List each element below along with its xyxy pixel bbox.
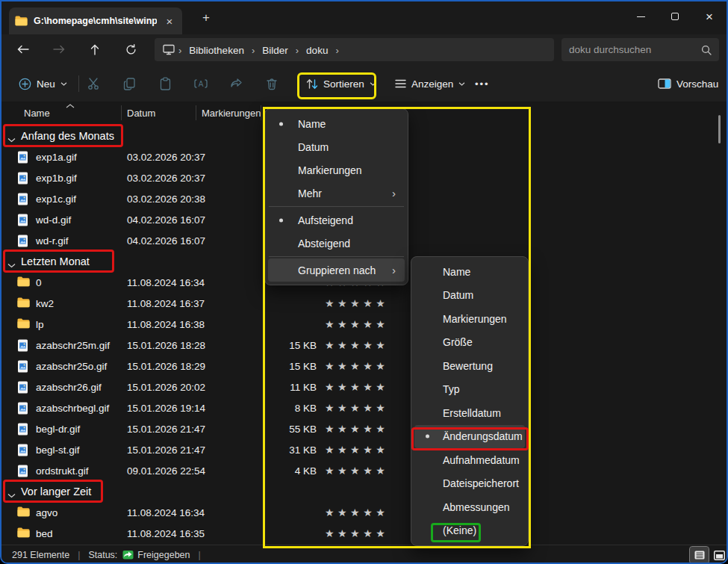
group-menu-item[interactable]: Abmessungen — [414, 495, 525, 519]
preview-button[interactable]: Vorschau — [651, 71, 725, 96]
column-header-date[interactable]: Datum — [127, 102, 155, 123]
status-value: Freigegeben — [137, 550, 190, 560]
group-menu-item[interactable]: Aufnahmedatum — [414, 448, 525, 472]
group-menu-item[interactable]: Typ — [414, 378, 525, 402]
file-row[interactable]: kw211.08.2024 16:37★★★★★ — [1, 293, 727, 314]
rating-stars[interactable]: ★★★★★ — [325, 418, 388, 439]
file-row[interactable]: bed11.08.2024 16:35★★★★★ — [1, 523, 727, 544]
paste-button[interactable] — [156, 75, 174, 93]
column-header-name[interactable]: Name — [24, 102, 50, 123]
group-menu-item[interactable]: (Keine) — [414, 519, 525, 543]
tab-close-icon[interactable]: × — [163, 15, 176, 28]
sort-button-label: Sortieren — [323, 78, 364, 90]
file-row[interactable]: azabschr25m.gif15.01.2026 18:2815 KB★★★★… — [1, 335, 727, 356]
group-menu-item[interactable]: Markierungen — [414, 307, 525, 331]
explorer-tab[interactable]: G:\homepage\cmh\site\winpr × — [9, 7, 182, 34]
close-button[interactable]: × — [692, 1, 727, 31]
column-divider[interactable] — [196, 105, 196, 120]
file-date: 04.02.2026 16:07 — [127, 209, 205, 230]
breadcrumb-separator-icon[interactable]: › — [335, 45, 338, 56]
view-button[interactable]: Anzeigen — [388, 71, 472, 96]
file-date: 03.02.2026 20:38 — [127, 188, 205, 209]
file-name: wd-r.gif — [36, 230, 69, 251]
rename-button[interactable]: A — [192, 75, 210, 93]
file-size: 15 KB — [257, 356, 317, 376]
file-name: exp1a.gif — [36, 146, 77, 167]
group-collapse-chevron-icon[interactable] — [7, 488, 16, 501]
group-menu-item[interactable]: Name — [414, 260, 525, 284]
delete-button[interactable] — [263, 75, 281, 93]
sort-menu-item-label: Name — [298, 118, 326, 130]
group-collapse-chevron-icon[interactable] — [7, 132, 16, 146]
file-row[interactable]: lp11.08.2024 16:38★★★★★ — [1, 314, 727, 335]
sort-menu-item[interactable]: Gruppieren nach› — [268, 258, 405, 282]
new-button[interactable]: Neu — [12, 71, 74, 96]
breadcrumb-item[interactable]: Bibliotheken — [181, 45, 252, 56]
column-header-tags[interactable]: Markierungen — [202, 102, 261, 123]
file-row[interactable]: agvo11.08.2024 16:34★★★★★ — [1, 502, 727, 523]
details-view-button[interactable] — [690, 547, 709, 563]
refresh-button[interactable] — [118, 37, 143, 61]
column-divider[interactable] — [261, 105, 261, 120]
rating-stars[interactable]: ★★★★★ — [325, 376, 388, 397]
rating-stars[interactable]: ★★★★★ — [325, 460, 388, 481]
maximize-button[interactable] — [658, 1, 692, 31]
folder-icon — [17, 297, 30, 310]
file-date: 15.01.2026 21:47 — [127, 439, 205, 460]
group-menu-item[interactable]: Änderungsdatum — [414, 425, 525, 449]
sort-menu-item[interactable]: Mehr› — [268, 182, 405, 205]
file-row[interactable]: begl-st.gif15.01.2026 21:4731 KB★★★★★ — [1, 439, 727, 460]
breadcrumb[interactable]: ›Bibliotheken›Bilder›doku› — [155, 38, 554, 61]
search-input[interactable]: doku durchsuchen — [561, 38, 719, 61]
breadcrumb-item[interactable]: Bilder — [255, 45, 296, 56]
sort-menu-item[interactable]: Datum — [268, 135, 405, 158]
group-menu-item[interactable]: Dateispeicherort — [414, 472, 525, 496]
forward-button[interactable] — [46, 37, 72, 61]
file-name: lp — [36, 314, 44, 335]
breadcrumb-item[interactable]: doku — [299, 45, 335, 56]
minimize-button[interactable] — [623, 1, 658, 31]
rating-stars[interactable]: ★★★★★ — [325, 439, 388, 460]
up-button[interactable] — [82, 37, 108, 61]
refresh-icon — [125, 44, 137, 55]
group-header-label: Vor langer Zeit — [21, 481, 91, 502]
rating-stars[interactable]: ★★★★★ — [325, 335, 388, 356]
file-row[interactable]: azabschr26.gif15.01.2026 20:0211 KB★★★★★ — [1, 376, 727, 397]
vertical-scrollbar[interactable] — [718, 115, 721, 143]
file-name: kw2 — [36, 293, 54, 314]
file-row[interactable]: begl-dr.gif15.01.2026 21:4755 KB★★★★★ — [1, 418, 727, 439]
copy-button[interactable] — [120, 75, 138, 93]
sort-button[interactable]: Sortieren — [299, 71, 383, 96]
sort-menu-item[interactable]: Markierungen — [268, 158, 405, 182]
new-tab-button[interactable]: + — [197, 10, 215, 25]
command-toolbar: Neu A — [1, 65, 727, 102]
rating-stars[interactable]: ★★★★★ — [325, 397, 388, 418]
column-divider[interactable] — [121, 105, 122, 120]
preview-button-label: Vorschau — [676, 78, 718, 90]
rating-stars[interactable]: ★★★★★ — [325, 523, 388, 544]
group-menu-item[interactable]: Größe — [414, 331, 525, 355]
rating-stars[interactable]: ★★★★★ — [325, 356, 388, 376]
group-menu-item[interactable]: Erstelldatum — [414, 401, 525, 425]
more-options-button[interactable]: ••• — [468, 71, 497, 96]
thumbnails-view-button[interactable] — [710, 547, 728, 563]
chevron-down-icon — [370, 82, 376, 86]
file-row[interactable]: azabschrbegl.gif15.01.2026 19:148 KB★★★★… — [1, 397, 727, 418]
sort-menu-item[interactable]: Aufsteigend — [268, 208, 405, 232]
group-menu-item-label: Erstelldatum — [443, 407, 501, 419]
group-header[interactable]: Vor langer Zeit — [1, 481, 727, 502]
back-button[interactable] — [10, 37, 36, 61]
group-menu-item[interactable]: Datum — [414, 284, 525, 308]
rating-stars[interactable]: ★★★★★ — [325, 314, 388, 335]
sort-menu-item[interactable]: Name — [268, 112, 405, 135]
file-row[interactable]: azabschr25o.gif15.01.2026 18:2915 KB★★★★… — [1, 356, 727, 376]
group-menu-item[interactable]: Bewertung — [414, 354, 525, 378]
sort-menu-item[interactable]: Absteigend — [268, 232, 405, 255]
sort-menu-separator — [269, 206, 404, 207]
rating-stars[interactable]: ★★★★★ — [325, 293, 388, 314]
file-row[interactable]: ordstrukt.gif09.01.2026 22:544 KB★★★★★ — [1, 460, 727, 481]
rating-stars[interactable]: ★★★★★ — [325, 502, 388, 523]
share-button[interactable] — [228, 75, 246, 93]
cut-button[interactable] — [84, 75, 102, 93]
group-collapse-chevron-icon[interactable] — [7, 258, 16, 271]
